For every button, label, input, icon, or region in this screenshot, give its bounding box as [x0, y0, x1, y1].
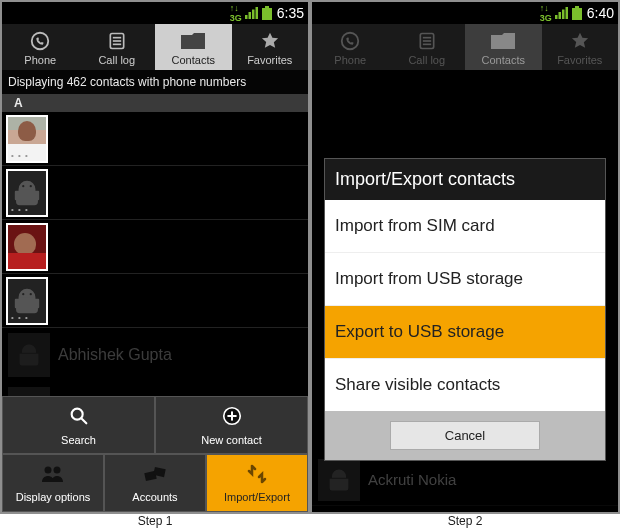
- menu-accounts[interactable]: Accounts: [104, 454, 206, 512]
- import-export-dialog: Import/Export contacts Import from SIM c…: [324, 158, 606, 461]
- accounts-icon: [143, 464, 167, 488]
- contact-avatar: • • •: [6, 169, 48, 217]
- tab-phone-label: Phone: [334, 54, 366, 66]
- svg-point-11: [22, 185, 24, 187]
- list-item: Abhishek Gupta: [2, 328, 308, 382]
- svg-point-21: [53, 466, 60, 473]
- svg-point-12: [30, 185, 32, 187]
- contact-avatar: [318, 459, 360, 501]
- dialog-footer: Cancel: [325, 411, 605, 460]
- cancel-button[interactable]: Cancel: [390, 421, 540, 450]
- svg-rect-2: [252, 10, 255, 20]
- tab-favorites[interactable]: Favorites: [542, 24, 619, 70]
- data-3g-icon: ↑↓3G: [540, 3, 552, 23]
- menu-search[interactable]: Search: [2, 396, 155, 454]
- dialog-item-share-visible[interactable]: Share visible contacts: [325, 358, 605, 411]
- svg-line-16: [81, 418, 86, 423]
- dialog-item-import-sim[interactable]: Import from SIM card: [325, 200, 605, 252]
- list-item[interactable]: • • •: [2, 166, 308, 220]
- menu-new-contact-label: New contact: [201, 434, 262, 446]
- step-caption: Step 2: [310, 514, 620, 532]
- tab-contacts[interactable]: Contacts: [465, 24, 542, 70]
- svg-rect-34: [423, 44, 431, 46]
- svg-rect-33: [423, 40, 431, 42]
- import-export-icon: [245, 464, 269, 488]
- tab-calllog[interactable]: Call log: [389, 24, 466, 70]
- menu-new-contact[interactable]: New contact: [155, 396, 308, 454]
- screen-step-2: ↑↓3G 6:40 Phone Call log Contacts Favori…: [310, 0, 620, 532]
- contact-avatar: • • •: [6, 223, 48, 271]
- tab-bar: Phone Call log Contacts Favorites: [312, 24, 618, 70]
- phone-icon: [27, 30, 53, 52]
- list-item[interactable]: • • •: [2, 220, 308, 274]
- svg-rect-24: [555, 15, 558, 19]
- battery-icon: [262, 6, 272, 20]
- calllog-icon: [414, 30, 440, 52]
- svg-point-30: [342, 33, 359, 50]
- screen-content: ↑↓3G 6:40 Phone Call log Contacts Favori…: [310, 0, 620, 514]
- options-menu: Search New contact Display options Accou…: [2, 396, 308, 512]
- svg-rect-3: [255, 7, 258, 19]
- step-caption: Step 1: [0, 514, 310, 532]
- status-bar: ↑↓3G 6:35: [2, 2, 308, 24]
- screen-content: ↑↓3G 6:35 Phone Call log Contacts Favori…: [0, 0, 310, 514]
- list-item[interactable]: • • •: [2, 274, 308, 328]
- menu-accounts-label: Accounts: [132, 491, 177, 503]
- menu-display-options[interactable]: Display options: [2, 454, 104, 512]
- star-icon: [257, 30, 283, 52]
- menu-search-label: Search: [61, 434, 96, 446]
- main-area: Ackruti Nokia Import/Export contacts Imp…: [312, 70, 618, 512]
- dialog-title: Import/Export contacts: [325, 159, 605, 200]
- menu-import-export-label: Import/Export: [224, 491, 290, 503]
- svg-rect-27: [565, 7, 568, 19]
- contact-name: Ackruti Nokia: [368, 471, 456, 488]
- svg-rect-26: [562, 10, 565, 20]
- signal-icon: [555, 7, 569, 19]
- tab-calllog[interactable]: Call log: [79, 24, 156, 70]
- contact-avatar: • • •: [6, 277, 48, 325]
- svg-rect-32: [423, 37, 431, 39]
- contacts-icon: [180, 30, 206, 52]
- svg-rect-5: [262, 8, 272, 20]
- star-icon: [567, 30, 593, 52]
- contacts-list[interactable]: • • • • • • • • • • • • Abhishek Gupta: [2, 112, 308, 512]
- tab-phone-label: Phone: [24, 54, 56, 66]
- tab-calllog-label: Call log: [98, 54, 135, 66]
- svg-rect-28: [575, 6, 579, 8]
- svg-rect-10: [113, 44, 121, 46]
- svg-point-14: [30, 293, 32, 295]
- clock: 6:35: [277, 5, 304, 21]
- svg-point-6: [32, 33, 49, 50]
- search-icon: [68, 405, 90, 431]
- data-3g-icon: ↑↓3G: [230, 3, 242, 23]
- tab-contacts-label: Contacts: [482, 54, 525, 66]
- svg-point-13: [22, 293, 24, 295]
- screen-step-1: ↑↓3G 6:35 Phone Call log Contacts Favori…: [0, 0, 310, 532]
- section-header-a: A: [2, 94, 308, 112]
- tab-calllog-label: Call log: [408, 54, 445, 66]
- tab-phone[interactable]: Phone: [2, 24, 79, 70]
- tab-favorites-label: Favorites: [557, 54, 602, 66]
- contact-avatar: [8, 333, 50, 377]
- phone-icon: [337, 30, 363, 52]
- tab-bar: Phone Call log Contacts Favorites: [2, 24, 308, 70]
- tab-contacts[interactable]: Contacts: [155, 24, 232, 70]
- info-bar: Displaying 462 contacts with phone numbe…: [2, 70, 308, 94]
- menu-display-label: Display options: [16, 491, 91, 503]
- svg-rect-9: [113, 40, 121, 42]
- dialog-item-export-usb[interactable]: Export to USB storage: [325, 305, 605, 358]
- tab-favorites[interactable]: Favorites: [232, 24, 309, 70]
- svg-rect-1: [248, 12, 251, 19]
- dialog-item-import-usb[interactable]: Import from USB storage: [325, 252, 605, 305]
- signal-icon: [245, 7, 259, 19]
- svg-rect-4: [265, 6, 269, 8]
- svg-rect-25: [558, 12, 561, 19]
- svg-rect-29: [572, 8, 582, 20]
- svg-point-20: [44, 466, 51, 473]
- plus-icon: [221, 405, 243, 431]
- tab-phone[interactable]: Phone: [312, 24, 389, 70]
- battery-icon: [572, 6, 582, 20]
- status-bar: ↑↓3G 6:40: [312, 2, 618, 24]
- menu-import-export[interactable]: Import/Export: [206, 454, 308, 512]
- list-item[interactable]: • • •: [2, 112, 308, 166]
